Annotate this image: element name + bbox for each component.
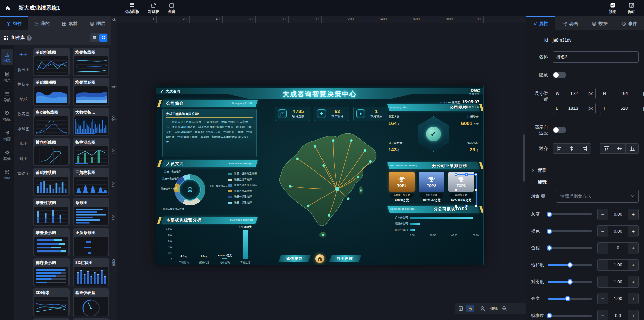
- inspector-tab-属性[interactable]: 属性: [526, 16, 555, 30]
- category-雷达图[interactable]: 雷达图: [18, 171, 30, 177]
- component-card-sortbar[interactable]: 排序条形图: [33, 258, 70, 286]
- selection-handle[interactable]: [455, 173, 457, 176]
- canvas-viewport[interactable]: 大成咨询 大成咨询智慧决策中心 DNC大成智慧 2025-1-01 星期五15:…: [117, 23, 526, 320]
- plus-button[interactable]: +: [628, 259, 639, 271]
- selection-handle[interactable]: [465, 205, 468, 207]
- help-icon[interactable]: ?: [27, 35, 32, 41]
- minus-button[interactable]: −: [597, 293, 608, 304]
- slider-knob[interactable]: [565, 296, 570, 301]
- category-饼图[interactable]: 饼图: [20, 156, 28, 162]
- align-button-alignB[interactable]: [626, 143, 639, 154]
- page-list-icon[interactable]: [458, 306, 464, 311]
- ranking-card-top2[interactable]: TOP2贵州分公司10321.47万元: [419, 172, 444, 202]
- topbar-action-dialog[interactable]: 对话框: [148, 2, 159, 14]
- align-button-alignC[interactable]: [565, 143, 578, 154]
- minus-button[interactable]: −: [597, 276, 608, 288]
- size-field-l[interactable]: L1813px: [553, 103, 596, 114]
- component-card-hline[interactable]: 横向折线图: [33, 138, 70, 166]
- rail-item-图表[interactable]: 图表: [1, 49, 13, 65]
- topbar-action-popup[interactable]: 弹窗: [168, 2, 175, 14]
- tab-我的[interactable]: 我的: [28, 16, 56, 30]
- ranking-card-top1[interactable]: TOP1山西第一分公司94000万元: [389, 172, 415, 202]
- component-card-area2[interactable]: 堆叠面积图: [73, 78, 109, 106]
- selection-handle[interactable]: [455, 189, 457, 191]
- component-card-globe3d[interactable]: 3D地球: [33, 288, 70, 316]
- tab-图层[interactable]: 图层: [84, 16, 112, 30]
- slider-knob[interactable]: [547, 245, 552, 251]
- category-柱状图[interactable]: 柱状图: [18, 82, 30, 87]
- selection-handle[interactable]: [475, 173, 477, 176]
- component-card-stackbar[interactable]: 堆叠柱状图: [33, 198, 70, 226]
- align-button-alignT[interactable]: [600, 143, 613, 154]
- eye-icon[interactable]: [112, 17, 117, 22]
- plus-button[interactable]: +: [628, 225, 639, 237]
- background-section-header[interactable]: 背景: [531, 167, 639, 174]
- component-card-area[interactable]: 基础面积图: [33, 78, 70, 106]
- rail-item-信息[interactable]: 信息: [1, 69, 13, 85]
- plus-button[interactable]: +: [628, 293, 639, 304]
- size-field-h[interactable]: H194px: [600, 88, 644, 99]
- filter-slider[interactable]: [548, 264, 592, 266]
- component-card-line[interactable]: 基础折线图: [33, 48, 70, 76]
- slider-knob[interactable]: [567, 262, 573, 268]
- topbar-action-save[interactable]: 保存: [628, 2, 635, 14]
- category-仪表盘[interactable]: 仪表盘: [18, 111, 30, 117]
- filter-slider[interactable]: [548, 298, 592, 300]
- canvas-vertical-scrollbar[interactable]: [523, 134, 525, 182]
- rail-item-其他[interactable]: 其他: [1, 147, 13, 163]
- rail-item-指标[interactable]: 指标: [1, 108, 13, 124]
- filter-slider[interactable]: [548, 281, 592, 283]
- filter-slider[interactable]: [548, 247, 592, 249]
- category-全部[interactable]: 全部: [20, 52, 28, 58]
- component-card-multiline[interactable]: 多x轴折线图: [33, 108, 70, 136]
- component-card-hbar[interactable]: 条形图: [73, 198, 109, 226]
- plus-button[interactable]: +: [628, 310, 639, 320]
- plus-button[interactable]: +: [628, 276, 639, 288]
- tab-素材[interactable]: 素材: [56, 16, 84, 30]
- inspector-tab-数据[interactable]: 数据: [585, 16, 615, 30]
- home-icon[interactable]: [0, 0, 16, 16]
- inspector-tab-动画[interactable]: 动画: [555, 16, 585, 30]
- grid-view-button[interactable]: [99, 34, 107, 42]
- rail-item-导航[interactable]: 导航: [1, 88, 13, 105]
- filter-section-header[interactable]: 滤镜: [531, 179, 639, 185]
- component-card-line2[interactable]: 堆叠折线图: [73, 48, 109, 76]
- align-button-alignR[interactable]: [578, 143, 591, 154]
- component-card-gauge[interactable]: 阶段仪表盘: [73, 318, 109, 320]
- dashboard-artboard[interactable]: 大成咨询 大成咨询智慧决策中心 DNC大成智慧 2025-1-01 星期五15:…: [156, 86, 483, 265]
- category-地图[interactable]: 地图: [20, 141, 28, 147]
- category-地球[interactable]: 地球: [20, 97, 28, 102]
- list-view-button[interactable]: [90, 34, 99, 42]
- component-card-stackhbar[interactable]: 堆叠条形图: [33, 228, 70, 256]
- topbar-action-preview[interactable]: 预览: [609, 2, 616, 14]
- rail-item-动画[interactable]: 动画: [1, 128, 13, 144]
- align-button-alignL[interactable]: [553, 143, 565, 154]
- selection-overlay[interactable]: [456, 174, 477, 206]
- name-input[interactable]: [553, 51, 639, 63]
- component-card-triangle[interactable]: 三角柱状图: [73, 168, 109, 196]
- rail-item-BIM[interactable]: BIM: [1, 167, 13, 182]
- selection-handle[interactable]: [475, 205, 477, 207]
- slider-knob[interactable]: [547, 212, 552, 217]
- filter-slider[interactable]: [548, 230, 592, 232]
- tab-组件[interactable]: 组件: [0, 16, 28, 30]
- lock-icon[interactable]: [466, 305, 474, 312]
- minus-button[interactable]: −: [597, 310, 608, 320]
- minus-button[interactable]: −: [597, 225, 608, 237]
- component-card-bar3d[interactable]: 3D柱状图: [73, 258, 109, 286]
- component-card-gauge[interactable]: 进度仪表盘: [33, 318, 70, 320]
- selection-handle[interactable]: [465, 173, 468, 176]
- component-card-bar[interactable]: 基础柱状图: [33, 168, 70, 196]
- zoom-out-icon[interactable]: [480, 306, 485, 311]
- component-card-bigdata[interactable]: 大数据折…: [73, 108, 109, 136]
- component-card-pnbar[interactable]: 正负条形图: [73, 228, 109, 256]
- filter-slider[interactable]: [548, 213, 592, 215]
- autofit-toggle[interactable]: [553, 127, 566, 133]
- slider-knob[interactable]: [547, 313, 552, 318]
- minus-button[interactable]: −: [597, 259, 608, 271]
- filter-slider[interactable]: [548, 315, 592, 317]
- size-field-w[interactable]: W122px: [553, 88, 596, 99]
- slider-knob[interactable]: [567, 279, 573, 285]
- selection-handle[interactable]: [455, 205, 457, 207]
- component-card-mixed[interactable]: 折柱混合图: [73, 138, 109, 166]
